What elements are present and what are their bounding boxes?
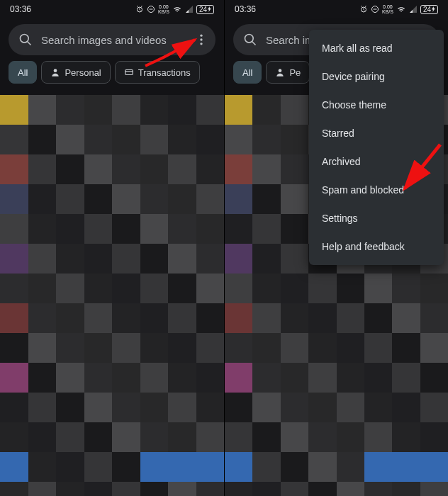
status-icons: 0.00 KB/S 24 bbox=[135, 4, 214, 14]
alarm-icon bbox=[135, 5, 144, 13]
chip-personal[interactable]: Personal bbox=[41, 61, 110, 84]
data-speed: 0.00 KB/S bbox=[158, 4, 169, 14]
menu-mark-all-read[interactable]: Mark all as read bbox=[309, 34, 444, 62]
signal-icon bbox=[185, 5, 194, 13]
svg-point-13 bbox=[279, 69, 282, 72]
svg-point-7 bbox=[54, 69, 57, 72]
menu-device-pairing[interactable]: Device pairing bbox=[309, 62, 444, 91]
phone-right: 03:36 0.00 KB/S 24 Search images and vid… bbox=[224, 0, 448, 496]
dnd-icon bbox=[147, 5, 155, 13]
status-bar: 03:36 0.00 KB/S 24 bbox=[0, 0, 224, 18]
battery-indicator: 24 bbox=[420, 5, 438, 14]
menu-help-feedback[interactable]: Help and feedback bbox=[309, 232, 444, 261]
status-bar: 03:36 0.00 KB/S 24 bbox=[225, 0, 448, 18]
annotation-arrow-menu bbox=[142, 34, 206, 69]
svg-rect-11 bbox=[373, 9, 376, 10]
content-blurred bbox=[0, 95, 224, 496]
wifi-icon bbox=[172, 5, 182, 13]
battery-indicator: 24 bbox=[196, 5, 214, 14]
svg-rect-8 bbox=[125, 70, 133, 75]
data-speed: 0.00 KB/S bbox=[382, 4, 393, 14]
svg-point-12 bbox=[245, 35, 254, 43]
person-icon bbox=[50, 67, 60, 77]
status-time: 03:36 bbox=[235, 4, 256, 14]
alarm-icon bbox=[359, 5, 368, 13]
dnd-icon bbox=[371, 5, 379, 13]
chip-personal[interactable]: Pe bbox=[266, 61, 310, 84]
search-icon bbox=[18, 33, 33, 47]
status-time: 03:36 bbox=[10, 4, 31, 14]
svg-point-3 bbox=[21, 35, 29, 43]
wifi-icon bbox=[396, 5, 406, 13]
signal-icon bbox=[409, 5, 418, 13]
chip-all[interactable]: All bbox=[233, 61, 262, 84]
phone-left: 03:36 0.00 KB/S 24 Search images and vid… bbox=[0, 0, 224, 496]
menu-choose-theme[interactable]: Choose theme bbox=[309, 91, 444, 119]
annotation-arrow-spam bbox=[399, 142, 443, 198]
svg-rect-2 bbox=[149, 9, 152, 10]
chip-all[interactable]: All bbox=[9, 61, 37, 84]
menu-settings[interactable]: Settings bbox=[309, 204, 444, 232]
card-icon bbox=[124, 67, 134, 77]
status-icons: 0.00 KB/S 24 bbox=[359, 4, 438, 14]
person-icon bbox=[275, 67, 285, 77]
search-icon bbox=[243, 33, 257, 47]
